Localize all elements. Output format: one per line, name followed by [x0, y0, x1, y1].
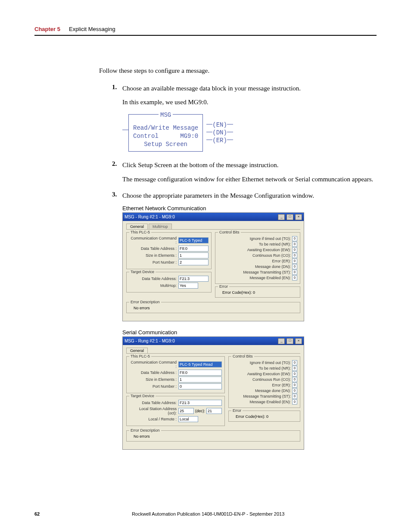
label-comm-command: Communication Command : [129, 236, 178, 245]
close-icon[interactable]: × [295, 338, 302, 344]
input-dt-address[interactable]: F8:0 [178, 246, 209, 252]
error-code-s: Error Code(Hex): 0 [231, 414, 297, 419]
input-multihop[interactable]: Yes [178, 283, 198, 289]
label-target-addr: Data Table Address: [129, 277, 178, 281]
input-dec: 21 [206, 408, 222, 414]
label-comm-command-s: Communication Command : [129, 360, 178, 369]
label-cb-ew-s: Awaiting Execution (EW): [247, 372, 291, 376]
no-errors: No errors [129, 306, 297, 310]
label-multihop: MultiHop: [129, 283, 178, 288]
ethernet-dialog: MSG - Rung #2:1 - MG9:0 _ □ × General Mu… [122, 212, 304, 321]
cb-nr[interactable]: 0 [292, 242, 297, 247]
label-dt-address: Data Table Address : [129, 246, 178, 251]
input-size[interactable]: 1 [178, 252, 209, 258]
label-local-oct: Local Station Address (oct): [129, 407, 178, 415]
cb-er[interactable]: 0 [292, 258, 297, 264]
msg-control-label: Control [133, 132, 159, 140]
label-cb-st-s: Message Transmitting (ST): [243, 394, 291, 398]
step-2-sub: The message configuration window for eit… [122, 174, 377, 184]
fieldset-target-device-s: Target Device [129, 394, 156, 398]
serial-dialog: MSG - Rung #2:1 - MG9:0 _ □ × General Th… [122, 336, 304, 450]
ladder-msg-block: MSG Read/Write Message Control MG9:0 Set… [122, 114, 377, 152]
cb-to-s[interactable]: 0 [292, 360, 297, 365]
cb-nr-s[interactable]: 0 [292, 366, 297, 371]
label-cb-st: Message Transmitting (ST): [243, 270, 291, 274]
step-1-sub: In this example, we used MG9:0. [122, 97, 377, 107]
fieldset-target-device: Target Device [129, 270, 156, 274]
close-icon[interactable]: × [295, 214, 302, 220]
no-errors-s: No errors [129, 434, 297, 439]
tab-general-serial[interactable]: General [126, 348, 148, 353]
cb-dn-s[interactable]: 0 [292, 388, 297, 393]
step-2-number: 2. [112, 160, 122, 170]
cb-er-s[interactable]: 0 [292, 383, 297, 388]
step-3-number: 3. [112, 191, 122, 201]
publication-id: Rockwell Automation Publication 1408-UM0… [132, 511, 284, 516]
input-comm-command-s[interactable]: PLC-5 Typed Read [178, 361, 222, 367]
msg-control-value: MG9:0 [180, 132, 198, 140]
label-port: Port Number : [129, 260, 178, 264]
label-cb-to-s: Ignore if timed out (TO): [250, 361, 291, 365]
label-cb-dn-s: Message done (DN): [255, 389, 291, 393]
input-target-addr[interactable]: F21:3 [178, 276, 209, 282]
label-cb-ew: Awaiting Execution (EW): [247, 248, 291, 252]
label-cb-dn: Message done (DN): [255, 264, 291, 269]
input-local-remote[interactable]: Local [178, 416, 198, 422]
cb-dn[interactable]: 0 [292, 264, 297, 269]
ethernet-caption: Ethernet Network Communication [122, 205, 377, 212]
coil-er: ER [216, 137, 224, 144]
label-cb-er: Error (ER): [272, 259, 291, 263]
serial-caption: Serial Communication [122, 329, 377, 336]
msg-setup-screen[interactable]: Setup Screen [133, 140, 198, 149]
label-port-s: Port Number : [129, 384, 178, 389]
coil-en: EN [216, 121, 224, 128]
dialog-title-serial: MSG - Rung #2:1 - MG9:0 [125, 339, 175, 343]
fieldset-control-bits: Control Bits [218, 230, 241, 234]
input-size-s[interactable]: 1 [178, 376, 222, 383]
tab-general[interactable]: General [126, 224, 148, 229]
cb-st-s[interactable]: 0 [292, 394, 297, 399]
intro-paragraph: Follow these steps to configure a messag… [99, 66, 377, 76]
maximize-icon[interactable]: □ [286, 338, 293, 344]
step-1-text: Choose an available message data block i… [122, 84, 377, 93]
cb-st[interactable]: 0 [292, 270, 297, 275]
label-cb-nr-s: To be retried (NR): [259, 366, 291, 370]
label-cb-nr: To be retried (NR): [259, 242, 291, 246]
label-dt-address-s: Data Table Address : [129, 370, 178, 375]
fieldset-error-s: Error [231, 408, 243, 413]
step-2-text: Click Setup Screen at the bottom of the … [122, 160, 377, 170]
label-cb-to: Ignore if timed out (TO): [250, 236, 291, 241]
input-local-oct[interactable]: 25 [178, 408, 194, 414]
label-target-addr-s: Data Table Address: [129, 401, 178, 405]
cb-co[interactable]: 0 [292, 253, 297, 258]
cb-ew[interactable]: 0 [292, 247, 297, 252]
step-1-number: 1. [112, 84, 122, 93]
label-size: Size in Elements : [129, 253, 178, 258]
label-cb-co-s: Continuous Run (CO): [252, 377, 291, 382]
chapter-label: Chapter 5 [34, 26, 60, 32]
dialog-title: MSG - Rung #2:1 - MG9:0 [125, 215, 175, 219]
input-comm-command[interactable]: PLC-5 Typed Read [178, 237, 209, 243]
page-number: 62 [34, 511, 40, 516]
label-cb-en: Message Enabled (EN): [249, 276, 291, 280]
input-port-serial[interactable]: 0 [178, 383, 222, 389]
minimize-icon[interactable]: _ [278, 338, 285, 344]
cb-ew-s[interactable]: 0 [292, 371, 297, 376]
fieldset-this-plc5: This PLC-5 [129, 230, 151, 234]
cb-en[interactable]: 0 [292, 275, 297, 280]
chapter-title: Explicit Messaging [69, 26, 115, 32]
minimize-icon[interactable]: _ [278, 214, 285, 220]
input-dt-address-s[interactable]: F8:0 [178, 370, 222, 376]
fieldset-control-bits-s: Control Bits [231, 354, 254, 358]
cb-en-s[interactable]: 0 [292, 399, 297, 404]
tab-multihop[interactable]: MultiHop [149, 224, 172, 229]
label-local-remote: Local / Remote : [129, 417, 178, 421]
input-port-eth[interactable]: 2 [178, 259, 209, 265]
fieldset-this-plc5-s: This PLC-5 [129, 354, 151, 358]
maximize-icon[interactable]: □ [286, 214, 293, 220]
cb-co-s[interactable]: 0 [292, 377, 297, 382]
cb-to[interactable]: 0 [292, 236, 297, 241]
input-target-addr-s[interactable]: F21:3 [178, 400, 222, 406]
error-code: Error Code(Hex): 0 [218, 290, 297, 295]
fieldset-error-desc: Error Description [129, 300, 161, 304]
